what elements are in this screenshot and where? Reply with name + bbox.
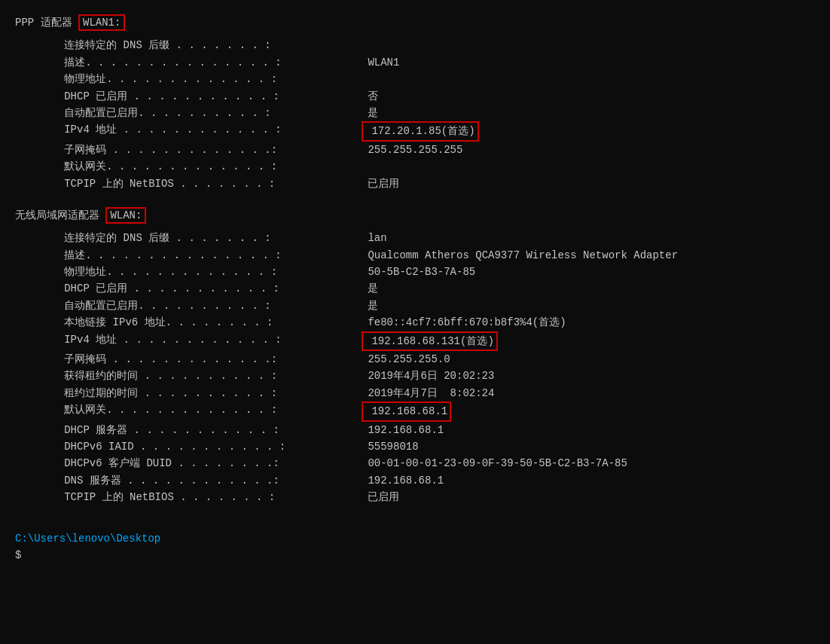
info-label: 物理地址. . . . . . . . . . . . . : (45, 71, 362, 87)
info-value: 已启用 (362, 175, 399, 192)
info-row: 描述. . . . . . . . . . . . . . . : Qualco… (45, 247, 815, 264)
info-row: IPv4 地址 . . . . . . . . . . . . : 172.20… (45, 121, 815, 141)
info-value: 是 (362, 298, 378, 314)
info-value: 2019年4月6日 20:02:23 (362, 368, 494, 384)
prompt-cursor: $ (15, 547, 815, 563)
info-row: DHCPv6 IAID . . . . . . . . . . . : 5559… (45, 438, 815, 455)
info-label: TCPIP 上的 NetBIOS . . . . . . . : (45, 489, 362, 505)
section2-header: 无线局域网适配器 WLAN: (15, 207, 815, 224)
section1-header: PPP 适配器 WLAN1: (15, 14, 815, 31)
info-label: 本地链接 IPv6 地址. . . . . . . . : (45, 314, 362, 331)
info-value: 192.168.68.131(首选) (362, 331, 498, 351)
info-value: 50-5B-C2-B3-7A-85 (362, 264, 475, 280)
info-row: 连接特定的 DNS 后缀 . . . . . . . : (45, 37, 815, 53)
info-value: 192.168.68.1 (362, 401, 451, 421)
info-label: DHCPv6 IAID . . . . . . . . . . . : (45, 438, 362, 455)
info-row: DNS 服务器 . . . . . . . . . . . .: 192.168… (45, 472, 815, 489)
info-label: DHCP 已启用 . . . . . . . . . . . : (45, 280, 362, 297)
info-value: fe80::4cf7:6bff:670:b8f3%4(首选) (362, 314, 566, 331)
info-row: 租约过期的时间 . . . . . . . . . . : 2019年4月7日 … (45, 385, 815, 401)
info-row: 子网掩码 . . . . . . . . . . . . .: 255.255.… (45, 142, 815, 158)
info-row: DHCPv6 客户端 DUID . . . . . . . .: 00-01-0… (45, 455, 815, 472)
info-row: TCPIP 上的 NetBIOS . . . . . . . : 已启用 (45, 489, 815, 505)
info-row: DHCP 服务器 . . . . . . . . . . . : 192.168… (45, 422, 815, 438)
info-value: 00-01-00-01-23-09-0F-39-50-5B-C2-B3-7A-8… (362, 455, 627, 472)
info-label: 子网掩码 . . . . . . . . . . . . .: (45, 351, 362, 368)
section1-title: WLAN1: (78, 14, 125, 31)
info-label: DHCP 已启用 . . . . . . . . . . . : (45, 88, 362, 105)
info-row: 默认网关. . . . . . . . . . . . . : (45, 158, 815, 175)
info-label: TCPIP 上的 NetBIOS . . . . . . . : (45, 175, 362, 192)
info-row: 物理地址. . . . . . . . . . . . . : (45, 71, 815, 87)
terminal-window: PPP 适配器 WLAN1: 连接特定的 DNS 后缀 . . . . . . … (15, 8, 815, 563)
info-row: TCPIP 上的 NetBIOS . . . . . . . : 已启用 (45, 175, 815, 192)
info-value: 255.255.255.255 (362, 142, 462, 158)
info-label: 自动配置已启用. . . . . . . . . . : (45, 105, 362, 121)
info-label: 获得租约的时间 . . . . . . . . . . : (45, 368, 362, 384)
section2-title: WLAN: (105, 207, 146, 224)
info-label: 描述. . . . . . . . . . . . . . . : (45, 247, 362, 264)
info-label: 默认网关. . . . . . . . . . . . . : (45, 401, 362, 421)
info-row: 子网掩码 . . . . . . . . . . . . .: 255.255.… (45, 351, 815, 368)
info-label: 物理地址. . . . . . . . . . . . . : (45, 264, 362, 280)
info-value: 是 (362, 280, 378, 297)
info-label: 连接特定的 DNS 后缀 . . . . . . . : (45, 230, 362, 246)
info-value: 192.168.68.1 (362, 472, 444, 489)
info-row: 自动配置已启用. . . . . . . . . . : 是 (45, 105, 815, 121)
info-row: IPv4 地址 . . . . . . . . . . . . : 192.16… (45, 331, 815, 351)
info-value (362, 158, 368, 175)
info-row: 连接特定的 DNS 后缀 . . . . . . . : lan (45, 230, 815, 246)
info-label: IPv4 地址 . . . . . . . . . . . . : (45, 121, 362, 141)
info-value: 是 (362, 105, 378, 121)
info-row: 默认网关. . . . . . . . . . . . . : 192.168.… (45, 401, 815, 421)
info-label: 子网掩码 . . . . . . . . . . . . .: (45, 142, 362, 158)
info-label: DNS 服务器 . . . . . . . . . . . .: (45, 472, 362, 489)
info-value: WLAN1 (362, 54, 399, 71)
info-row: 物理地址. . . . . . . . . . . . . : 50-5B-C2… (45, 264, 815, 280)
info-label: 默认网关. . . . . . . . . . . . . : (45, 158, 362, 175)
info-value (362, 71, 368, 87)
info-value: 172.20.1.85(首选) (362, 121, 479, 141)
info-value: 255.255.255.0 (362, 351, 450, 368)
prompt-path: C:\Users\lenovo\Desktop (15, 533, 160, 545)
info-value: lan (362, 230, 387, 246)
info-label: 描述. . . . . . . . . . . . . . . : (45, 54, 362, 71)
info-label: IPv4 地址 . . . . . . . . . . . . : (45, 331, 362, 351)
section1-info: 连接特定的 DNS 后缀 . . . . . . . : 描述. . . . .… (45, 37, 815, 192)
info-row: 本地链接 IPv6 地址. . . . . . . . : fe80::4cf7… (45, 314, 815, 331)
section2-info: 连接特定的 DNS 后缀 . . . . . . . : lan 描述. . .… (45, 230, 815, 505)
info-value: 2019年4月7日 8:02:24 (362, 385, 494, 401)
info-row: DHCP 已启用 . . . . . . . . . . . : 是 (45, 280, 815, 297)
info-label: DHCP 服务器 . . . . . . . . . . . : (45, 422, 362, 438)
info-row: 自动配置已启用. . . . . . . . . . : 是 (45, 298, 815, 314)
section1-prefix: PPP 适配器 (15, 17, 78, 29)
info-row: DHCP 已启用 . . . . . . . . . . . : 否 (45, 88, 815, 105)
info-value: 55598018 (362, 438, 419, 455)
info-label: 自动配置已启用. . . . . . . . . . : (45, 298, 362, 314)
info-label: 连接特定的 DNS 后缀 . . . . . . . : (45, 37, 362, 53)
info-row: 描述. . . . . . . . . . . . . . . : WLAN1 (45, 54, 815, 71)
info-value: 已启用 (362, 489, 399, 505)
info-value: 否 (362, 88, 378, 105)
info-value: 192.168.68.1 (362, 422, 444, 438)
info-value: Qualcomm Atheros QCA9377 Wireless Networ… (362, 247, 678, 264)
section2-prefix: 无线局域网适配器 (15, 209, 105, 221)
command-prompt: C:\Users\lenovo\Desktop (15, 530, 815, 547)
info-label: 租约过期的时间 . . . . . . . . . . : (45, 385, 362, 401)
info-row: 获得租约的时间 . . . . . . . . . . : 2019年4月6日 … (45, 368, 815, 384)
info-value (362, 37, 368, 53)
info-label: DHCPv6 客户端 DUID . . . . . . . .: (45, 455, 362, 472)
